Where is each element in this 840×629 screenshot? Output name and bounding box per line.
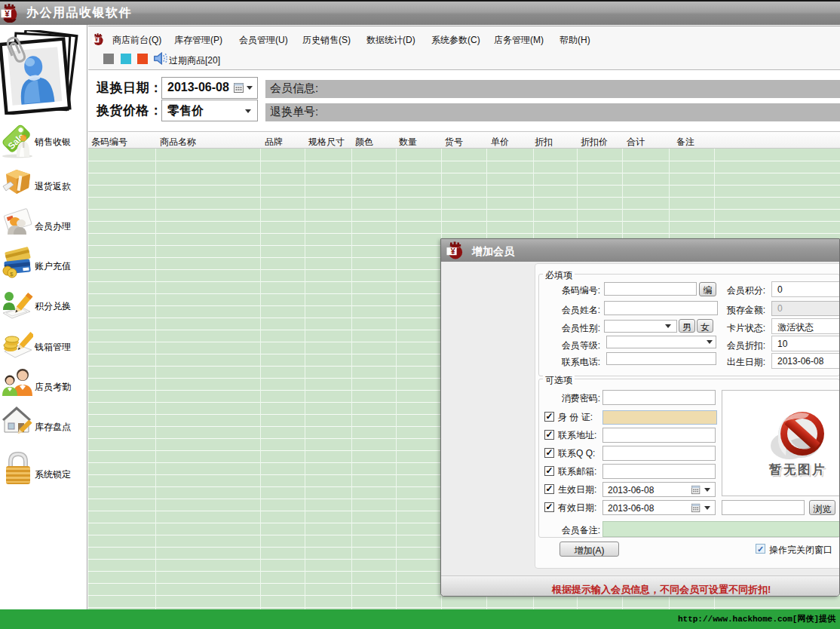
svg-text:¥: ¥ bbox=[451, 247, 455, 256]
svg-text:¥: ¥ bbox=[5, 9, 10, 18]
svg-text:$: $ bbox=[10, 271, 14, 278]
svg-text:¥: ¥ bbox=[95, 36, 98, 43]
